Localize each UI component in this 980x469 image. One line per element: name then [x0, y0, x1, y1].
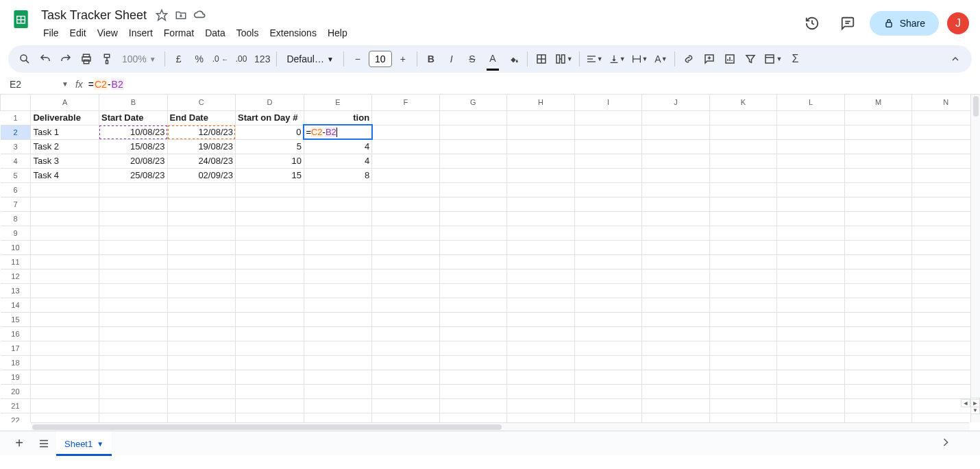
cell[interactable] [235, 283, 304, 298]
cell[interactable] [574, 269, 642, 283]
cell[interactable] [709, 269, 777, 283]
cell[interactable] [507, 269, 575, 283]
cell[interactable] [574, 370, 642, 384]
cell[interactable] [31, 312, 99, 326]
cell[interactable] [777, 254, 845, 269]
sheet-tab[interactable]: Sheet1▼ [56, 431, 112, 456]
cell[interactable]: Start Date [99, 110, 167, 125]
cell[interactable] [709, 197, 777, 211]
cell[interactable] [99, 413, 167, 422]
cell[interactable] [777, 398, 845, 413]
cell[interactable] [439, 370, 507, 384]
row-header[interactable]: 12 [1, 269, 31, 283]
cell[interactable]: 2✕=C2-B2 [304, 125, 371, 139]
cell[interactable] [912, 168, 980, 182]
column-header[interactable]: C [167, 95, 235, 110]
cell[interactable] [844, 139, 912, 154]
cell[interactable] [844, 312, 912, 326]
cell[interactable] [304, 240, 371, 254]
cell[interactable] [709, 182, 777, 197]
row-header[interactable]: 22 [1, 413, 31, 422]
cell[interactable] [235, 413, 304, 422]
currency-button[interactable]: £ [169, 49, 188, 69]
cell[interactable] [304, 312, 371, 326]
cell[interactable] [31, 413, 99, 422]
cell[interactable] [372, 254, 440, 269]
cell[interactable] [642, 413, 710, 422]
cell[interactable] [574, 197, 642, 211]
cell[interactable] [372, 341, 440, 355]
row-header[interactable]: 21 [1, 398, 31, 413]
menu-help[interactable]: Help [323, 26, 352, 40]
row-header[interactable]: 15 [1, 312, 31, 326]
cell[interactable] [31, 326, 99, 341]
cell[interactable] [642, 182, 710, 197]
cell[interactable]: 4 [304, 154, 371, 168]
cell[interactable]: 8 [304, 168, 371, 182]
cell[interactable] [642, 154, 710, 168]
cell[interactable] [304, 226, 371, 240]
cell[interactable] [709, 254, 777, 269]
filter-views-icon[interactable]: ▼ [761, 49, 784, 69]
cell[interactable] [574, 254, 642, 269]
menu-data[interactable]: Data [200, 26, 230, 40]
cell[interactable] [912, 312, 980, 326]
cell[interactable] [439, 355, 507, 370]
cell[interactable] [507, 197, 575, 211]
cell[interactable] [235, 355, 304, 370]
cell[interactable] [912, 283, 980, 298]
cell[interactable] [709, 370, 777, 384]
increase-decimal-icon[interactable]: .00 [232, 49, 251, 69]
cell[interactable] [235, 226, 304, 240]
cell[interactable] [304, 283, 371, 298]
font-dropdown[interactable]: Defaul…▼ [281, 53, 339, 64]
cell[interactable] [507, 326, 575, 341]
cell[interactable] [439, 226, 507, 240]
cell[interactable] [235, 197, 304, 211]
cell[interactable] [235, 398, 304, 413]
cell[interactable] [439, 254, 507, 269]
text-color-icon[interactable]: A [483, 49, 502, 69]
cell[interactable] [167, 384, 235, 398]
cell[interactable] [31, 182, 99, 197]
cell[interactable] [439, 413, 507, 422]
formula-bar[interactable]: =C2-B2 [88, 79, 124, 90]
cell[interactable] [507, 398, 575, 413]
cell[interactable] [642, 355, 710, 370]
row-header[interactable]: 9 [1, 226, 31, 240]
cell[interactable]: Start on Day # [235, 110, 304, 125]
comment-icon[interactable] [834, 10, 861, 37]
name-box[interactable]: E2 [7, 77, 62, 91]
cell[interactable] [372, 298, 440, 312]
column-header[interactable]: D [235, 95, 304, 110]
cell[interactable] [844, 226, 912, 240]
cell[interactable] [167, 370, 235, 384]
cell[interactable] [31, 269, 99, 283]
cell[interactable] [372, 326, 440, 341]
column-header[interactable]: E [304, 95, 371, 110]
cell[interactable] [439, 182, 507, 197]
cell[interactable] [642, 326, 710, 341]
cell[interactable] [167, 355, 235, 370]
cell[interactable]: End Date [167, 110, 235, 125]
collapse-toolbar-icon[interactable] [946, 49, 965, 69]
cell[interactable] [912, 370, 980, 384]
column-header[interactable]: M [844, 95, 912, 110]
paint-format-icon[interactable] [97, 49, 117, 69]
cell[interactable] [709, 226, 777, 240]
cell[interactable] [439, 398, 507, 413]
cell[interactable] [574, 154, 642, 168]
increase-font-icon[interactable]: + [393, 49, 413, 69]
cell[interactable] [574, 110, 642, 125]
fill-color-icon[interactable] [504, 49, 523, 69]
cell[interactable] [642, 312, 710, 326]
cell[interactable]: 0 [235, 125, 304, 139]
explore-icon[interactable] [939, 435, 953, 451]
cell[interactable] [99, 283, 167, 298]
cell[interactable] [709, 384, 777, 398]
row-header[interactable]: 8 [1, 211, 31, 226]
cell[interactable] [574, 182, 642, 197]
cell[interactable] [167, 413, 235, 422]
vertical-align-icon[interactable]: ▼ [607, 49, 628, 69]
cell[interactable] [844, 384, 912, 398]
